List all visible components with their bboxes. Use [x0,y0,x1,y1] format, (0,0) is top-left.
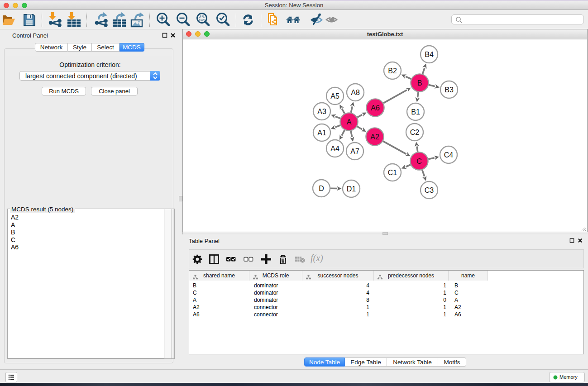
svg-text:C3: C3 [425,186,434,194]
svg-text:B4: B4 [425,51,434,58]
svg-text:C: C [416,157,422,165]
svg-text:A8: A8 [351,89,360,96]
svg-text:A3: A3 [317,108,326,115]
svg-text:A7: A7 [350,148,359,155]
svg-text:C4: C4 [444,151,454,159]
svg-text:A6: A6 [371,104,380,112]
svg-text:A2: A2 [370,133,379,141]
svg-text:A5: A5 [330,92,339,100]
svg-text:A4: A4 [330,145,339,152]
svg-text:B3: B3 [445,86,454,94]
svg-text:A: A [347,118,352,126]
svg-text:C1: C1 [388,169,397,176]
svg-text:B2: B2 [388,67,397,75]
svg-text:B: B [417,79,422,87]
svg-text:D: D [319,185,324,192]
svg-text:D1: D1 [347,185,356,193]
svg-text:C2: C2 [410,129,420,136]
svg-text:A1: A1 [317,129,326,137]
svg-text:B1: B1 [411,108,420,116]
